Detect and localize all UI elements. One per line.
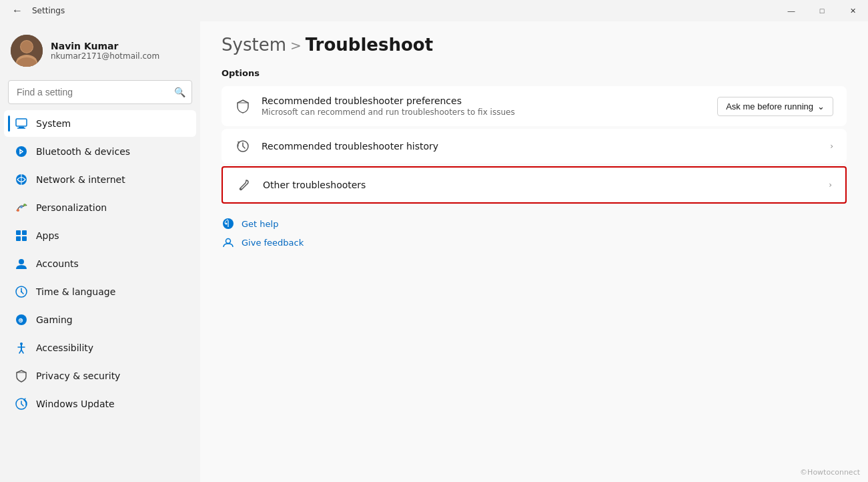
- sidebar-item-windows-update-label: Windows Update: [36, 399, 115, 409]
- sidebar-item-gaming[interactable]: ⊕ Gaming: [4, 306, 196, 333]
- svg-point-22: [21, 291, 22, 292]
- history-icon: [235, 138, 251, 154]
- breadcrumb-current: Troubleshoot: [306, 35, 433, 55]
- user-name: Navin Kumar: [51, 41, 159, 51]
- chevron-right-other-icon: ›: [829, 180, 832, 190]
- other-troubleshooters-row[interactable]: Other troubleshooters ›: [223, 168, 845, 202]
- breadcrumb: System > Troubleshoot: [222, 35, 847, 55]
- accessibility-icon: [15, 341, 28, 354]
- help-section: Get help Give feedback: [222, 217, 847, 249]
- svg-point-38: [226, 239, 231, 244]
- sidebar-item-network[interactable]: Network & internet: [4, 166, 196, 193]
- dropdown-chevron-icon: ⌄: [817, 101, 825, 111]
- watermark: ©Howtoconnect: [800, 468, 860, 477]
- svg-point-36: [226, 223, 228, 225]
- options-label: Options: [222, 68, 847, 78]
- user-email: nkumar2171@hotmail.com: [51, 51, 159, 61]
- other-troubleshooters-card: Other troubleshooters ›: [223, 168, 845, 202]
- minimize-button[interactable]: —: [776, 0, 807, 21]
- bluetooth-icon: [15, 145, 28, 158]
- system-icon: [15, 117, 28, 130]
- svg-point-11: [17, 209, 19, 212]
- give-feedback-icon: [222, 236, 235, 249]
- sidebar-item-accounts[interactable]: Accounts: [4, 250, 196, 277]
- shield-icon: [235, 98, 251, 114]
- other-troubleshooters-content: Other troubleshooters: [263, 180, 818, 190]
- close-button[interactable]: ✕: [837, 0, 868, 21]
- other-troubleshooters-highlighted: Other troubleshooters ›: [222, 166, 847, 204]
- svg-rect-17: [22, 236, 27, 241]
- sidebar-item-system-label: System: [36, 118, 71, 129]
- sidebar-item-system[interactable]: System: [4, 110, 196, 137]
- back-button[interactable]: ←: [8, 3, 27, 18]
- svg-rect-15: [22, 230, 27, 235]
- gaming-icon: ⊕: [15, 313, 28, 326]
- sidebar-item-personalization[interactable]: Personalization: [4, 194, 196, 221]
- privacy-icon: [15, 369, 28, 383]
- breadcrumb-parent[interactable]: System: [222, 35, 286, 55]
- svg-rect-16: [16, 236, 21, 241]
- sidebar-item-bluetooth[interactable]: Bluetooth & devices: [4, 138, 196, 165]
- breadcrumb-separator: >: [290, 37, 302, 53]
- titlebar: ← Settings — □ ✕: [0, 0, 868, 21]
- maximize-button[interactable]: □: [807, 0, 837, 21]
- recommended-history-title: Recommended troubleshooter history: [262, 141, 819, 152]
- network-icon: [15, 173, 28, 186]
- sidebar-item-network-label: Network & internet: [36, 174, 125, 185]
- other-troubleshooters-control: ›: [829, 180, 832, 190]
- user-section: Navin Kumar nkumar2171@hotmail.com: [0, 24, 200, 77]
- avatar[interactable]: [11, 35, 43, 67]
- recommended-prefs-title: Recommended troubleshooter preferences: [262, 95, 707, 106]
- sidebar-item-gaming-label: Gaming: [36, 314, 73, 325]
- recommended-prefs-control: Ask me before running ⌄: [717, 97, 833, 116]
- sidebar-item-personalization-label: Personalization: [36, 202, 107, 213]
- search-input[interactable]: [8, 80, 192, 104]
- recommended-prefs-desc: Microsoft can recommend and run troubles…: [262, 107, 707, 117]
- recommended-history-row[interactable]: Recommended troubleshooter history ›: [222, 129, 847, 164]
- dropdown-label: Ask me before running: [726, 101, 813, 111]
- search-box: 🔍: [8, 80, 192, 104]
- svg-point-18: [19, 259, 24, 264]
- recommended-history-content: Recommended troubleshooter history: [262, 141, 819, 152]
- get-help-icon: [222, 217, 235, 230]
- apps-icon: [15, 229, 28, 242]
- recommended-history-card: Recommended troubleshooter history ›: [222, 129, 847, 164]
- svg-point-8: [16, 146, 27, 157]
- svg-line-28: [19, 350, 21, 353]
- svg-line-29: [21, 350, 23, 353]
- ask-me-before-running-dropdown[interactable]: Ask me before running ⌄: [717, 97, 833, 116]
- svg-rect-14: [16, 230, 21, 235]
- sidebar-item-windows-update[interactable]: Windows Update: [4, 391, 196, 417]
- sidebar-item-bluetooth-label: Bluetooth & devices: [36, 146, 130, 157]
- sidebar-item-apps[interactable]: Apps: [4, 222, 196, 249]
- get-help-link[interactable]: Get help: [222, 217, 847, 230]
- recommended-prefs-row[interactable]: Recommended troubleshooter preferences M…: [222, 86, 847, 126]
- sidebar-item-apps-label: Apps: [36, 230, 59, 241]
- accounts-icon: [15, 257, 28, 270]
- svg-rect-5: [16, 119, 27, 126]
- svg-point-13: [23, 204, 26, 206]
- sidebar-item-time[interactable]: Time & language: [4, 278, 196, 305]
- recommended-history-control: ›: [830, 142, 833, 151]
- sidebar-item-privacy-label: Privacy & security: [36, 371, 120, 381]
- sidebar-item-privacy[interactable]: Privacy & security: [4, 363, 196, 389]
- svg-point-12: [20, 206, 23, 208]
- sidebar: Navin Kumar nkumar2171@hotmail.com 🔍 Sys…: [0, 21, 200, 482]
- recommended-prefs-content: Recommended troubleshooter preferences M…: [262, 95, 707, 117]
- sidebar-item-accessibility[interactable]: Accessibility: [4, 334, 196, 361]
- svg-text:⊕: ⊕: [18, 316, 23, 324]
- time-icon: [15, 285, 28, 298]
- main-content: System > Troubleshoot Options Recommende…: [200, 21, 868, 482]
- titlebar-title: Settings: [32, 6, 65, 15]
- app-body: Navin Kumar nkumar2171@hotmail.com 🔍 Sys…: [0, 21, 868, 482]
- svg-point-3: [21, 41, 33, 53]
- search-icon: 🔍: [174, 87, 185, 97]
- give-feedback-label: Give feedback: [242, 238, 304, 248]
- windows-update-icon: [15, 397, 28, 411]
- user-info: Navin Kumar nkumar2171@hotmail.com: [51, 41, 159, 61]
- give-feedback-link[interactable]: Give feedback: [222, 236, 847, 249]
- sidebar-item-accounts-label: Accounts: [36, 258, 79, 269]
- svg-point-34: [240, 188, 242, 190]
- chevron-right-icon: ›: [830, 142, 833, 151]
- sidebar-item-accessibility-label: Accessibility: [36, 342, 93, 353]
